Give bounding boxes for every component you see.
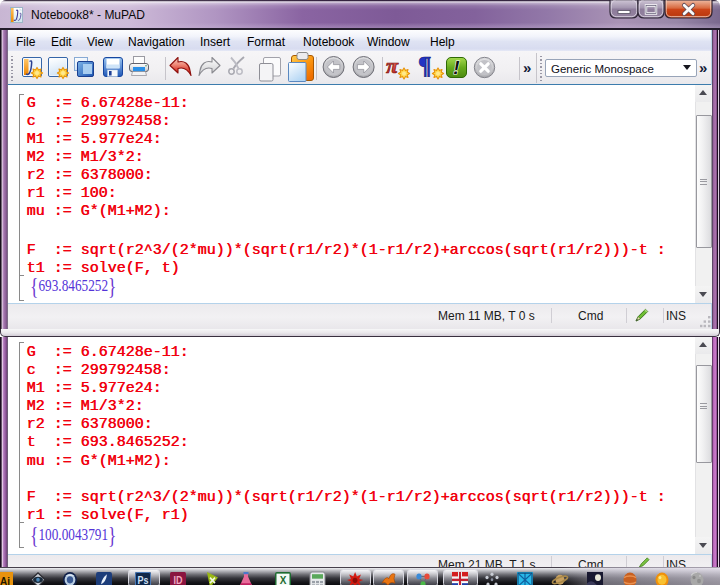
svg-text:¶: ¶ <box>418 52 432 79</box>
svg-text:Ai: Ai <box>0 575 10 585</box>
svg-text:!: ! <box>453 57 459 78</box>
svg-text:X: X <box>280 574 287 585</box>
svg-text:π: π <box>386 53 399 78</box>
svg-text:ID: ID <box>173 575 182 585</box>
svg-text:Ps: Ps <box>137 575 148 585</box>
